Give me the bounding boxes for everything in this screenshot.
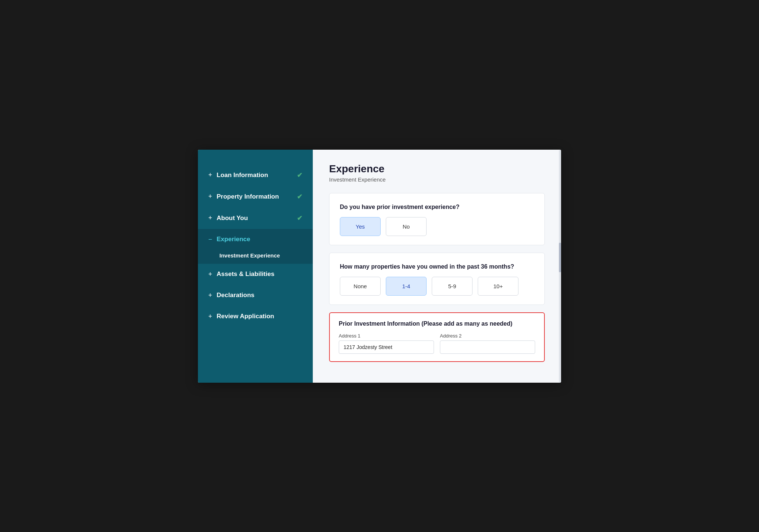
question-2-options: None 1-4 5-9 10+ [340, 277, 534, 296]
address2-input[interactable] [440, 340, 535, 354]
plus-icon: + [208, 171, 212, 179]
sidebar-item-loan-information[interactable]: + Loan Information ✔ [198, 164, 313, 186]
page-title: Experience [329, 163, 545, 175]
scrollbar-track [559, 150, 561, 383]
address2-group: Address 2 [440, 333, 535, 354]
option-none-button[interactable]: None [340, 277, 381, 296]
minus-icon: − [208, 236, 212, 243]
sidebar-subitem-investment-experience[interactable]: Investment Experience [198, 250, 313, 264]
question-2-label: How many properties have you owned in th… [340, 263, 534, 270]
page-subtitle: Investment Experience [329, 176, 545, 183]
sidebar-item-property-information[interactable]: + Property Information ✔ [198, 186, 313, 207]
sidebar-item-about-you[interactable]: + About You ✔ [198, 207, 313, 229]
sidebar-item-review-application[interactable]: + Review Application [198, 306, 313, 327]
question-1-options: Yes No [340, 217, 534, 236]
plus-icon: + [208, 214, 212, 222]
sidebar-item-label: Review Application [217, 313, 274, 320]
sidebar-item-label: About You [217, 215, 248, 222]
sidebar-item-label: Assets & Liabilities [217, 270, 275, 278]
prior-investment-title: Prior Investment Information (Please add… [339, 320, 535, 327]
sidebar-item-assets-liabilities[interactable]: + Assets & Liabilities [198, 264, 313, 285]
option-no-button[interactable]: No [386, 217, 427, 236]
main-content: Experience Investment Experience Do you … [313, 150, 561, 383]
address2-label: Address 2 [440, 333, 535, 339]
address-row: Address 1 Address 2 [339, 333, 535, 354]
prior-investment-section: Prior Investment Information (Please add… [329, 312, 545, 362]
check-icon: ✔ [297, 171, 302, 179]
sidebar-item-declarations[interactable]: + Declarations [198, 285, 313, 306]
check-icon: ✔ [297, 214, 302, 222]
plus-icon: + [208, 313, 212, 320]
address1-label: Address 1 [339, 333, 434, 339]
sidebar-item-experience[interactable]: − Experience [198, 229, 313, 250]
plus-icon: + [208, 292, 212, 299]
sidebar-item-label: Declarations [217, 292, 255, 299]
question-card-2: How many properties have you owned in th… [329, 253, 545, 305]
option-1-4-button[interactable]: 1-4 [386, 277, 427, 296]
check-icon: ✔ [297, 193, 302, 201]
app-container: + Loan Information ✔ + Property Informat… [198, 150, 561, 383]
option-10plus-button[interactable]: 10+ [478, 277, 518, 296]
option-5-9-button[interactable]: 5-9 [432, 277, 473, 296]
sidebar-item-label: Experience [217, 236, 251, 243]
sidebar-item-label: Loan Information [217, 172, 268, 179]
sidebar-item-label: Property Information [217, 193, 279, 200]
question-card-1: Do you have prior investment experience?… [329, 193, 545, 245]
question-1-label: Do you have prior investment experience? [340, 204, 534, 210]
option-yes-button[interactable]: Yes [340, 217, 381, 236]
plus-icon: + [208, 193, 212, 200]
sidebar: + Loan Information ✔ + Property Informat… [198, 150, 313, 383]
address1-input[interactable] [339, 340, 434, 354]
plus-icon: + [208, 270, 212, 278]
address1-group: Address 1 [339, 333, 434, 354]
scrollbar-thumb[interactable] [559, 243, 561, 272]
main-wrapper: Experience Investment Experience Do you … [313, 150, 561, 383]
